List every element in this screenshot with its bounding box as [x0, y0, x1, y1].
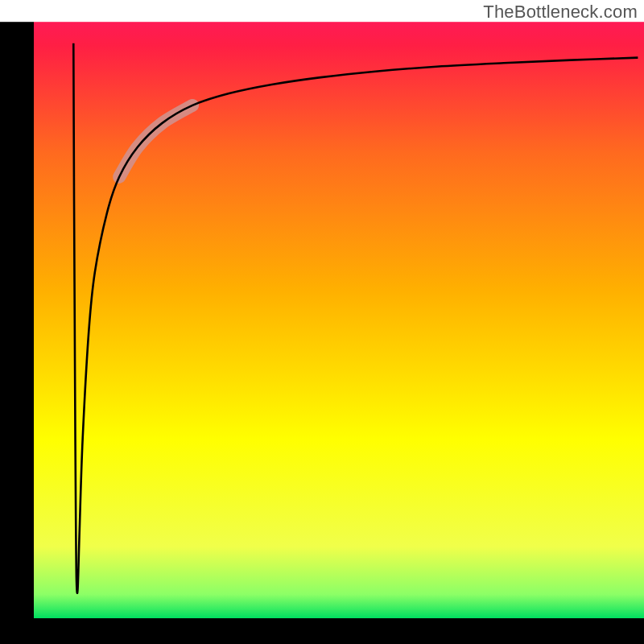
plot-background: [34, 22, 644, 618]
y-axis-bar: [0, 22, 34, 618]
plot-svg: [0, 0, 644, 644]
x-axis-bar: [0, 618, 644, 644]
chart-container: TheBottleneck.com: [0, 0, 644, 644]
